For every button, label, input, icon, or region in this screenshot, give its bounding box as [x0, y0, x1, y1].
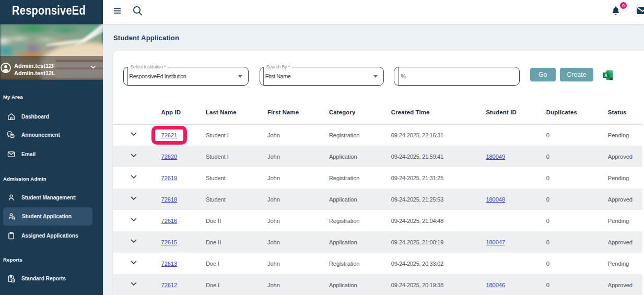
- svg-text:X: X: [604, 73, 607, 78]
